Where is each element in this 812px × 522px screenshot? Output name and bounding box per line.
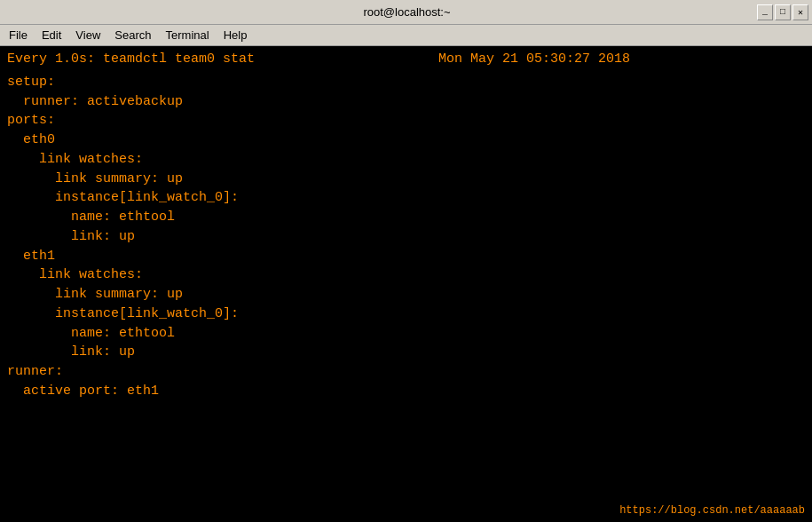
terminal-header: Every 1.0s: teamdctl team0 stat Mon May …: [7, 50, 805, 69]
title-bar: root@localhost:~ _ □ ✕: [0, 0, 812, 25]
close-button[interactable]: ✕: [792, 4, 808, 20]
menu-edit[interactable]: Edit: [36, 27, 67, 44]
window-title: root@localhost:~: [57, 5, 757, 19]
minimize-button[interactable]: _: [757, 4, 773, 20]
menu-file[interactable]: File: [4, 27, 33, 44]
window-controls: _ □ ✕: [757, 4, 808, 20]
maximize-button[interactable]: □: [775, 4, 791, 20]
menu-bar: File Edit View Search Terminal Help: [0, 25, 812, 46]
terminal-content: setup: runner: activebackup ports: eth0 …: [7, 73, 805, 401]
status-url: https://blog.csdn.net/aaaaaab: [619, 504, 805, 517]
menu-help[interactable]: Help: [218, 27, 253, 44]
menu-view[interactable]: View: [70, 27, 106, 44]
menu-terminal[interactable]: Terminal: [161, 27, 215, 44]
terminal-area[interactable]: Every 1.0s: teamdctl team0 stat Mon May …: [0, 46, 812, 522]
menu-search[interactable]: Search: [109, 27, 156, 44]
